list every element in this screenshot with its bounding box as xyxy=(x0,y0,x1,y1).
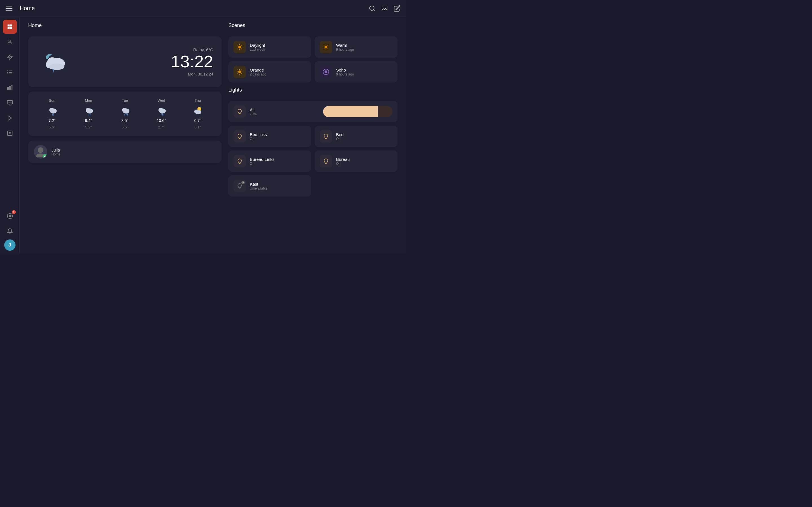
light-status-all: 79% xyxy=(250,112,319,116)
main-layout: HACS 1 xyxy=(0,17,406,253)
svg-line-60 xyxy=(238,45,238,45)
svg-point-27 xyxy=(9,215,11,217)
forecast-day-name-thu: Thu xyxy=(195,98,201,103)
person-avatar xyxy=(34,145,47,159)
weather-condition: Rainy, 6°C xyxy=(193,47,213,52)
forecast-day-thu: Thu 6.7° 0.1° xyxy=(192,98,203,129)
scenes-title: Scenes xyxy=(229,22,398,29)
scene-card-orange[interactable]: Orange 2 days ago xyxy=(229,61,311,82)
light-slider[interactable] xyxy=(323,106,393,117)
svg-marker-8 xyxy=(7,55,12,60)
forecast-high-tue: 8.5° xyxy=(121,118,128,123)
search-icon[interactable] xyxy=(369,5,375,12)
light-card-bureau-links[interactable]: Bureau Links On xyxy=(229,151,311,172)
topbar: Home xyxy=(0,0,406,17)
scene-icon-orange xyxy=(234,66,246,78)
sidebar-item-person[interactable] xyxy=(3,35,17,49)
scene-name-warm: Warm xyxy=(336,43,354,48)
forecast-icon-mon xyxy=(83,105,94,116)
light-status-bureau-links: On xyxy=(250,162,306,166)
scene-card-warm[interactable]: Warm 9 hours ago xyxy=(315,36,398,58)
forecast-high-wed: 10.6° xyxy=(157,118,166,123)
sidebar-item-media[interactable] xyxy=(3,111,17,125)
sidebar-item-settings[interactable]: 1 xyxy=(3,209,17,223)
svg-point-34 xyxy=(49,108,54,112)
sidebar: HACS 1 xyxy=(0,17,20,253)
person-name: Julia xyxy=(51,148,60,152)
svg-rect-17 xyxy=(11,86,12,90)
svg-point-42 xyxy=(122,108,126,112)
light-card-all[interactable]: All 79% xyxy=(229,101,398,122)
weather-date: Mon, 30.12.24 xyxy=(188,72,213,76)
lights-grid: All 79% xyxy=(229,101,398,196)
svg-point-83 xyxy=(324,70,327,73)
sidebar-item-chart[interactable] xyxy=(3,80,17,95)
content-area: Home xyxy=(20,17,406,253)
person-home-badge xyxy=(43,154,47,159)
right-panel: Scenes xyxy=(229,22,398,248)
light-card-kast[interactable]: ? Kast Unavailable xyxy=(229,175,311,196)
forecast-day-wed: Wed 10.6° 2.7° xyxy=(156,98,167,129)
light-icon-all xyxy=(234,105,246,118)
light-icon-bureau xyxy=(320,155,332,167)
svg-line-78 xyxy=(238,69,238,70)
sidebar-item-automation[interactable] xyxy=(3,50,17,64)
light-info-kast: Kast Unavailable xyxy=(250,182,306,190)
svg-rect-4 xyxy=(10,24,12,26)
forecast-icon-wed xyxy=(156,105,167,116)
light-name-bed-links: Bed links xyxy=(250,132,306,137)
svg-line-80 xyxy=(241,69,242,70)
svg-rect-3 xyxy=(7,24,9,26)
light-status-bureau: On xyxy=(336,162,393,166)
forecast-low-tue: 6.6° xyxy=(121,125,128,129)
scene-name-soho: Soho xyxy=(336,68,354,72)
scene-name-daylight: Daylight xyxy=(250,43,265,48)
light-card-bed-links[interactable]: Bed links On xyxy=(229,126,311,147)
person-card[interactable]: Julia Home xyxy=(28,140,221,163)
light-slider-container[interactable] xyxy=(323,106,393,117)
scene-time-orange: 2 days ago xyxy=(250,72,266,76)
forecast-icon-sun xyxy=(47,105,58,116)
menu-icon[interactable] xyxy=(6,6,12,11)
sidebar-item-dashboard[interactable] xyxy=(3,20,17,34)
scene-card-soho[interactable]: Soho 9 hours ago xyxy=(315,61,398,82)
svg-point-14 xyxy=(7,74,8,74)
svg-line-71 xyxy=(327,45,328,45)
forecast-day-mon: Mon 9.4° 5.2° xyxy=(83,98,94,129)
forecast-day-sun: Sun 7.2° 5.6° xyxy=(47,98,58,129)
scene-icon-daylight xyxy=(234,41,246,53)
left-panel: Home xyxy=(28,22,221,248)
avatar[interactable]: J xyxy=(4,239,15,251)
forecast-high-sun: 7.2° xyxy=(49,118,56,123)
svg-point-12 xyxy=(7,71,8,71)
light-info-bureau: Bureau On xyxy=(336,157,393,166)
light-icon-wrap-kast: ? xyxy=(234,180,246,192)
sidebar-item-list[interactable] xyxy=(3,65,17,79)
svg-line-50 xyxy=(164,114,164,115)
svg-marker-22 xyxy=(8,116,11,121)
svg-line-40 xyxy=(90,114,90,115)
chat-icon[interactable] xyxy=(381,5,388,12)
page-title: Home xyxy=(20,5,364,11)
left-section-title: Home xyxy=(28,22,221,29)
sidebar-item-hacs[interactable]: HACS xyxy=(3,96,17,110)
scene-info-warm: Warm 9 hours ago xyxy=(336,43,354,52)
svg-line-1 xyxy=(373,10,375,11)
sidebar-item-notifications[interactable] xyxy=(3,224,17,238)
edit-icon[interactable] xyxy=(394,5,400,12)
forecast-low-thu: 0.1° xyxy=(195,125,201,129)
weather-info: Rainy, 6°C 13:22 Mon, 30.12.24 xyxy=(76,47,213,76)
svg-line-61 xyxy=(241,49,242,49)
forecast-high-mon: 9.4° xyxy=(85,118,92,123)
sidebar-item-tasks[interactable] xyxy=(3,126,17,140)
svg-point-73 xyxy=(238,70,241,73)
svg-rect-16 xyxy=(9,86,10,90)
svg-point-54 xyxy=(38,147,43,153)
scene-card-daylight[interactable]: Daylight Last week xyxy=(229,36,311,58)
light-card-bureau[interactable]: Bureau On xyxy=(315,151,398,172)
forecast-icon-tue xyxy=(119,105,131,116)
svg-point-0 xyxy=(370,6,374,10)
light-card-bed[interactable]: Bed On xyxy=(315,126,398,147)
weather-time: 13:22 xyxy=(171,53,213,70)
svg-rect-5 xyxy=(7,27,9,29)
